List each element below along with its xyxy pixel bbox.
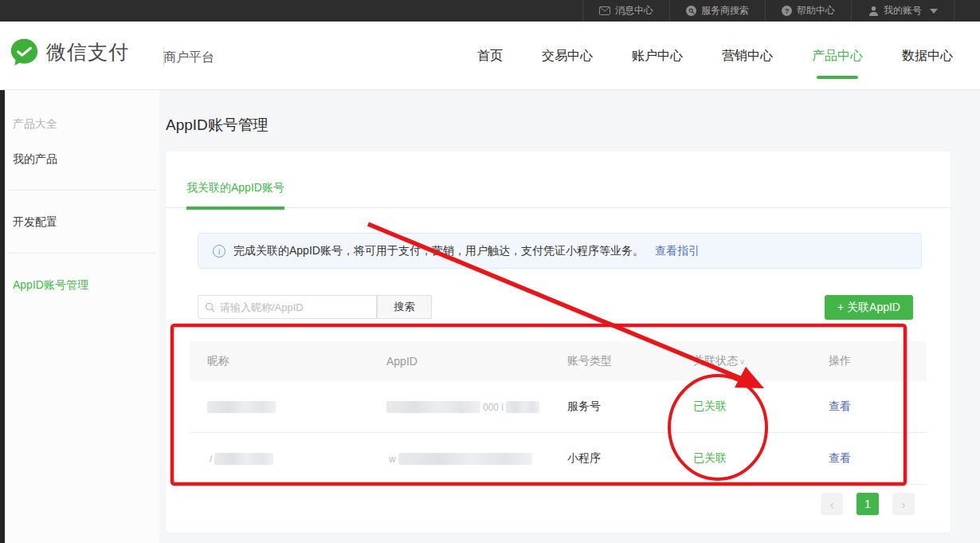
sidebar-item-my-products[interactable]: 我的产品 [13,152,57,167]
topbar-item-label: 我的账号 [884,4,922,18]
search-input[interactable] [220,301,370,313]
cell-status: 已关联 [693,399,829,414]
tab-my-linked-appids[interactable]: 我关联的AppID账号 [186,181,284,210]
view-guide-link[interactable]: 查看指引 [655,244,700,258]
nav-item-data[interactable]: 数据中心 [902,22,953,90]
topbar-item-help[interactable]: ? 帮助中心 [765,0,851,22]
topbar-item-messages[interactable]: 消息中心 [582,0,669,22]
wechat-pay-logo[interactable]: 微信支付 [10,37,129,67]
appid-fragment: 000 i [483,402,504,413]
sidebar-divider [8,190,156,191]
pagination-next-button[interactable]: › [892,493,915,515]
cell-appid-redacted: 000 i [386,400,567,414]
column-header-action: 操作 [829,354,927,368]
column-header-appid: AppID [386,355,567,368]
user-icon [868,6,879,17]
nav-item-home[interactable]: 首页 [477,22,503,90]
question-circle-icon: ? [782,6,792,16]
view-link[interactable]: 查看 [829,399,851,412]
topbar-item-provider-search[interactable]: 服务商搜索 [669,0,765,22]
cell-action: 查看 [829,399,927,414]
pagination-page-1[interactable]: 1 [857,493,879,515]
info-banner: i 完成关联的AppID账号，将可用于支付，营销，用户触达，支付凭证小程序等业务… [198,233,922,269]
redaction-block [214,453,273,465]
view-link[interactable]: 查看 [829,451,851,464]
sidebar: 产品大全 我的产品 开发配置 AppID账号管理 [5,90,159,543]
cell-action: 查看 [829,451,927,466]
cell-nickname-redacted: / [190,452,386,466]
mail-icon [599,6,610,17]
logo-text: 微信支付 [46,39,129,65]
nav-item-transactions[interactable]: 交易中心 [542,22,593,90]
topbar-item-my-account[interactable]: 我的账号 [851,0,955,22]
cell-appid-redacted: w [386,452,567,466]
column-header-link-status[interactable]: 关联状态∨ [693,354,829,368]
sidebar-section-products: 产品大全 [13,117,57,132]
redaction-block [506,401,539,413]
search-circle-icon [686,6,696,16]
sidebar-divider [8,253,156,254]
redaction-block [398,453,532,465]
table-row: / w 小程序 已关联 查看 [190,433,927,485]
appid-table: 昵称 AppID 账号类型 关联状态∨ 操作 000 i 服务号 已关联 查看 … [190,341,927,485]
search-button[interactable]: 搜索 [377,295,432,319]
nav-item-account[interactable]: 账户中心 [632,22,683,90]
column-header-account-type: 账号类型 [567,354,693,368]
top-utility-bar: 消息中心 服务商搜索 ? 帮助中心 我的账号 [0,0,980,22]
nav-item-products[interactable]: 产品中心 [812,22,863,90]
nickname-fragment: / [210,454,212,465]
primary-nav: 首页 交易中心 账户中心 营销中心 产品中心 数据中心 [477,22,953,90]
redaction-block [207,401,276,413]
banner-text: 完成关联的AppID账号，将可用于支付，营销，用户触达，支付凭证小程序等业务。 [233,244,644,258]
column-header-nickname: 昵称 [190,354,386,368]
topbar-item-label: 服务商搜索 [701,4,749,18]
portal-label: 商户平台 [163,49,214,66]
chevron-down-icon [930,9,938,14]
table-header-row: 昵称 AppID 账号类型 关联状态∨ 操作 [190,341,927,381]
app-header: 微信支付 商户平台 首页 交易中心 账户中心 营销中心 产品中心 数据中心 [0,22,980,90]
sidebar-item-dev-config[interactable]: 开发配置 [13,215,57,230]
cell-nickname-redacted [190,400,386,414]
redaction-block [386,401,480,413]
sidebar-item-appid-management[interactable]: AppID账号管理 [13,278,88,293]
appid-fragment: w [389,454,396,465]
tab-bar: 我关联的AppID账号 [166,151,951,208]
search-box [198,295,377,319]
pagination-prev-button[interactable]: ‹ [821,493,843,515]
nav-item-marketing[interactable]: 营销中心 [722,22,773,90]
cell-status: 已关联 [693,451,829,466]
search-icon [205,302,215,313]
page-title: AppID账号管理 [166,115,269,136]
topbar-item-label: 帮助中心 [797,4,835,18]
search-row: 搜索 + 关联AppID [198,295,919,319]
table-row: 000 i 服务号 已关联 查看 [190,381,927,433]
topbar-item-label: 消息中心 [615,4,653,18]
sort-indicator-icon: ∨ [739,357,745,366]
wechat-bubble-icon [10,37,39,67]
add-appid-button[interactable]: + 关联AppID [825,295,913,320]
cell-account-type: 服务号 [567,399,693,414]
info-icon: i [213,245,225,258]
pagination: ‹ 1 › [166,493,951,515]
cell-account-type: 小程序 [567,451,693,466]
appid-management-card: 我关联的AppID账号 i 完成关联的AppID账号，将可用于支付，营销，用户触… [166,151,951,533]
